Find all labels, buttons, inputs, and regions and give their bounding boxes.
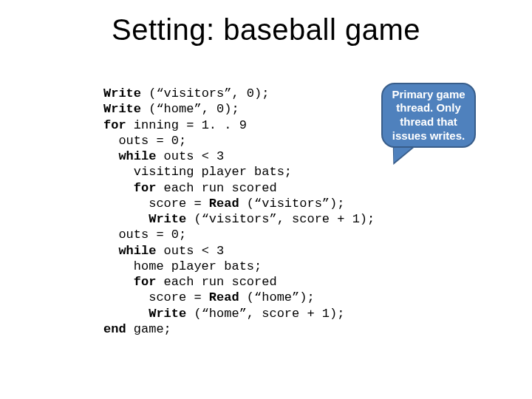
kw-end: end <box>103 322 126 336</box>
code-text: (“visitors”, score + 1); <box>186 212 375 226</box>
code-block: Write (“visitors”, 0); Write (“home”, 0)… <box>103 86 375 337</box>
kw-write: Write <box>149 307 186 321</box>
kw-write: Write <box>103 86 141 100</box>
code-text: outs = 0; <box>103 134 186 148</box>
kw-read: Read <box>209 197 239 211</box>
code-text: score = <box>103 290 209 304</box>
code-text: outs = 0; <box>103 228 186 242</box>
code-text: score = <box>103 197 209 211</box>
code-text: each run scored <box>156 275 276 289</box>
code-text: outs < 3 <box>156 149 224 163</box>
code-text: each run scored <box>156 181 276 195</box>
code-text: (“visitors”); <box>239 197 345 211</box>
code-text: game; <box>126 322 171 336</box>
slide-title: Setting: baseball game <box>0 13 532 47</box>
code-text: home player bats; <box>103 259 262 273</box>
code-indent <box>103 212 149 226</box>
code-text: (“home”); <box>239 290 315 304</box>
kw-while: while <box>118 244 156 258</box>
code-text: visiting player bats; <box>103 165 292 179</box>
code-indent <box>103 149 118 163</box>
kw-read: Read <box>209 290 239 304</box>
kw-write: Write <box>103 102 141 116</box>
kw-while: while <box>118 149 156 163</box>
kw-write: Write <box>149 212 186 226</box>
code-indent <box>103 307 149 321</box>
kw-for: for <box>103 118 126 132</box>
code-text: outs < 3 <box>156 244 224 258</box>
code-text: (“visitors”, 0); <box>141 86 269 100</box>
code-text: (“home”, score + 1); <box>186 307 344 321</box>
callout-text: Primary game thread. Only thread that is… <box>387 88 470 143</box>
code-text: (“home”, 0); <box>141 102 239 116</box>
code-text: inning = 1. . 9 <box>126 118 247 132</box>
kw-for: for <box>134 275 157 289</box>
slide: Setting: baseball game Write (“visitors”… <box>0 0 532 399</box>
kw-for: for <box>134 181 157 195</box>
code-indent <box>103 275 134 289</box>
callout-bubble: Primary game thread. Only thread that is… <box>381 83 476 148</box>
code-indent <box>103 181 134 195</box>
code-indent <box>103 244 118 258</box>
